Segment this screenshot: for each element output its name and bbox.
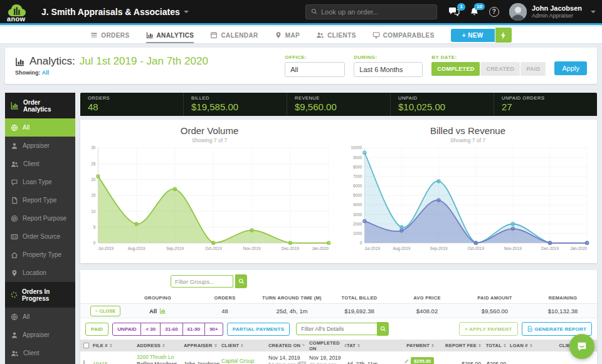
notifications-button[interactable]: 10 xyxy=(470,7,479,17)
by-date-paid-button[interactable]: PAID xyxy=(520,62,546,76)
groups-panel: GROUPING ORDERS TURN AROUND TIME (M) TOT… xyxy=(80,270,597,364)
sidebar-item-oip-client[interactable]: Client xyxy=(5,344,75,362)
mini-chart-icon[interactable] xyxy=(159,308,166,314)
user-menu[interactable]: John Jacobsen Admin Appraiser xyxy=(509,3,596,21)
date-range[interactable]: Jul 1st 2019 - Jan 7th 2020 xyxy=(80,55,208,68)
nav-analytics[interactable]: ANALYTICS xyxy=(146,27,194,43)
filter-groups-search-button[interactable] xyxy=(235,274,247,288)
nav-calendar[interactable]: CALENDAR xyxy=(210,27,258,43)
row-checkbox[interactable] xyxy=(83,360,85,364)
live-chat-button[interactable] xyxy=(569,334,594,359)
filter-details-input[interactable] xyxy=(296,323,378,335)
apply-payment-button[interactable]: + APPLY PAYMENT xyxy=(459,322,517,336)
sort-icon[interactable] xyxy=(431,343,434,348)
order-search[interactable] xyxy=(305,4,437,19)
sidebar-item-report-type[interactable]: Report Type xyxy=(5,191,75,209)
filter-61-90-button[interactable]: 61-90 xyxy=(183,323,205,336)
order-row[interactable]: 19415 3200 Thrush Ln Rolling Meadows, IL… xyxy=(80,351,597,364)
svg-text:0: 0 xyxy=(360,241,362,245)
filter-unpaid-button[interactable]: UNPAID xyxy=(112,323,141,336)
chat-bubble-icon xyxy=(576,341,588,352)
logo-wordmark: anow xyxy=(7,15,25,23)
search-input[interactable] xyxy=(321,8,431,16)
svg-text:Dec-2019: Dec-2019 xyxy=(282,246,299,251)
filter-31-60-button[interactable]: 31-60 xyxy=(161,323,182,336)
company-name[interactable]: J. Smith Appraisals & Associates xyxy=(41,7,180,17)
by-date-created-button[interactable]: CREATED xyxy=(480,62,520,76)
partial-payments-button[interactable]: PARTIAL PAYMENTS xyxy=(227,323,290,336)
company-caret-icon[interactable] xyxy=(184,11,189,16)
payment-badge[interactable]: $295.00 xyxy=(411,357,434,364)
globe-icon xyxy=(11,313,18,321)
anow-logo[interactable]: anow xyxy=(6,1,34,23)
group-orders: 48 xyxy=(191,308,258,315)
sidebar-item-order-source[interactable]: Order Source xyxy=(5,227,75,246)
apply-button[interactable]: Apply xyxy=(554,61,587,75)
user-caret-icon[interactable] xyxy=(591,11,596,16)
sort-icon[interactable] xyxy=(504,343,506,348)
sort-icon[interactable] xyxy=(214,343,217,348)
edit-pencil-icon[interactable] xyxy=(404,358,409,364)
report-fee-value: $295.00 xyxy=(438,361,485,364)
filter-paid-button[interactable]: PAID xyxy=(85,323,108,336)
svg-text:15: 15 xyxy=(91,193,96,197)
svg-text:Oct-2019: Oct-2019 xyxy=(467,246,484,251)
during-label: DURING: xyxy=(354,55,423,60)
sidebar-item-property-type[interactable]: Property Type xyxy=(5,246,75,264)
sidebar-item-all[interactable]: All xyxy=(5,118,75,137)
sort-icon[interactable] xyxy=(162,343,165,348)
nav-comparables[interactable]: COMPARABLES xyxy=(372,27,435,43)
main-nav: ORDERS ANALYTICS CALENDAR MAP CLIENTS CO… xyxy=(0,27,602,44)
sort-icon[interactable] xyxy=(478,343,481,348)
sort-desc-icon[interactable] xyxy=(302,345,305,347)
sidebar-item-appraiser[interactable]: Appraiser xyxy=(5,137,75,155)
sidebar-item-report-purpose[interactable]: Report Purpose xyxy=(5,209,75,227)
nav-orders[interactable]: ORDERS xyxy=(90,27,129,43)
order-volume-plot: 051015202530Jul-2019Aug-2019Sep-2019Oct-… xyxy=(85,145,334,252)
map-pin-icon xyxy=(11,269,18,277)
people-icon xyxy=(11,350,19,357)
filter-90plus-button[interactable]: 90+ xyxy=(205,323,223,336)
analytics-icon xyxy=(146,31,154,39)
search-icon xyxy=(380,326,386,332)
avatar-photo-icon xyxy=(509,3,527,21)
sidebar-item-loan-type[interactable]: Loan Type xyxy=(5,173,75,191)
svg-text:Sep-2019: Sep-2019 xyxy=(166,246,184,251)
sidebar-item-location[interactable]: Location xyxy=(5,264,75,282)
office-select[interactable]: All xyxy=(285,62,345,77)
select-all-checkbox[interactable] xyxy=(83,343,89,348)
sidebar-item-oip-appraiser[interactable]: Appraiser xyxy=(5,326,75,344)
grouping-value: All xyxy=(149,308,157,315)
appraiser-name: John Jacobsen xyxy=(184,361,221,364)
sidebar-item-client[interactable]: Client xyxy=(5,155,75,173)
completed-on-date: Nov 19, 2019 xyxy=(309,355,347,361)
file-number-link[interactable]: 19415 xyxy=(93,361,108,364)
sort-icon[interactable] xyxy=(110,343,112,348)
close-group-button[interactable]: − CLOSE xyxy=(90,306,120,316)
quick-actions-button[interactable] xyxy=(495,28,512,43)
address-link[interactable]: 3200 Thrush Ln xyxy=(137,354,184,361)
id-card-icon xyxy=(11,233,18,241)
help-button[interactable]: ? xyxy=(489,7,499,17)
new-order-button[interactable]: + NEW xyxy=(451,29,495,42)
stats-bar: ORDERS48 BILLED$19,585.00 REVENUE$9,560.… xyxy=(80,93,597,116)
calendar-icon xyxy=(210,31,218,39)
filter-details-search-button[interactable] xyxy=(377,322,389,336)
sort-icon[interactable] xyxy=(530,343,532,348)
sidebar-item-oip-all[interactable]: All xyxy=(5,308,75,326)
nav-map[interactable]: MAP xyxy=(275,27,300,43)
messages-button[interactable]: 1 xyxy=(448,7,460,16)
showing-value[interactable]: All xyxy=(42,70,50,76)
avatar[interactable] xyxy=(509,3,527,21)
sort-icon[interactable] xyxy=(241,343,243,348)
analytics-title-icon xyxy=(15,57,25,66)
by-date-completed-button[interactable]: COMPLETED xyxy=(431,62,480,76)
filter-lt30-button[interactable]: < 30 xyxy=(141,323,161,336)
nav-clients[interactable]: CLIENTS xyxy=(316,27,356,43)
sort-icon[interactable] xyxy=(357,343,360,348)
bar-chart-icon xyxy=(11,101,19,110)
svg-text:Sep-2019: Sep-2019 xyxy=(430,246,448,251)
during-select[interactable]: Last 6 Months xyxy=(354,62,423,77)
client-link[interactable]: Capital Group xyxy=(221,358,268,364)
filter-groups-input[interactable] xyxy=(171,275,233,288)
